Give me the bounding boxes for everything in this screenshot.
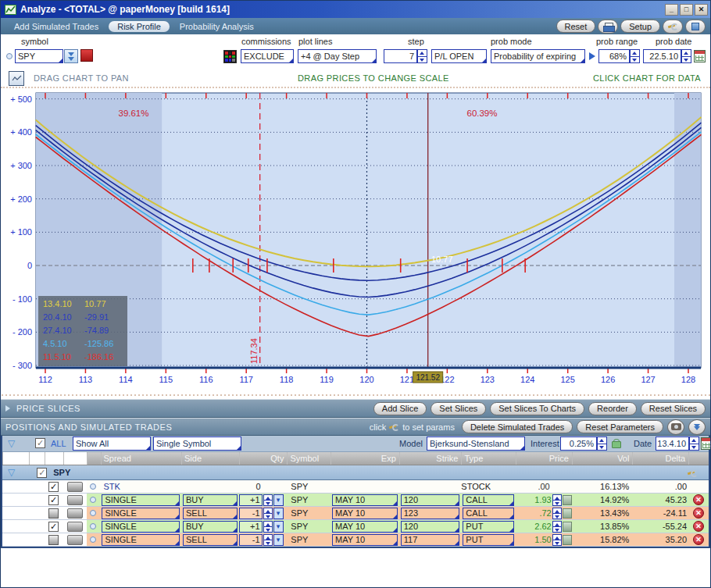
row-handle-button[interactable] [67, 508, 83, 519]
exp-dropdown[interactable]: MAY 10 [332, 494, 398, 506]
column-header-exp[interactable]: Exp [330, 452, 399, 465]
price-link-icon[interactable] [563, 495, 572, 505]
strike-dropdown[interactable]: 120 [401, 494, 460, 506]
spread-dropdown[interactable]: SINGLE [102, 494, 180, 506]
group-params-wrench-icon[interactable] [688, 470, 698, 476]
group-checkbox[interactable]: ✓ [37, 468, 47, 478]
pl-mode-dropdown[interactable]: P/L OPEN [431, 49, 487, 63]
show-filter-dropdown[interactable]: Show All [73, 437, 151, 451]
minimize-button[interactable]: _ [665, 4, 678, 16]
row-radio[interactable] [90, 510, 96, 516]
side-dropdown[interactable]: SELL [183, 508, 238, 519]
type-dropdown[interactable]: CALL [463, 508, 514, 519]
spread-dropdown[interactable]: SINGLE [102, 534, 180, 546]
row-handle-button[interactable] [67, 482, 83, 492]
price-link-icon[interactable] [563, 522, 572, 532]
qty-spinner[interactable] [263, 508, 273, 519]
row-radio[interactable] [90, 497, 96, 503]
spin-down-icon[interactable] [263, 513, 273, 519]
row-checkbox[interactable] [48, 535, 59, 545]
setup-button[interactable]: Setup [620, 20, 660, 33]
column-header-strike[interactable]: Strike [399, 452, 462, 465]
column-header-side[interactable]: Side [181, 452, 239, 465]
qty-dropdown-button[interactable]: ▾ [273, 494, 284, 506]
pan-mode-button[interactable] [9, 71, 24, 86]
calendar-icon[interactable] [701, 437, 711, 450]
side-dropdown[interactable]: SELL [183, 534, 238, 546]
spin-down-icon[interactable] [552, 540, 562, 546]
price-spinner[interactable] [552, 494, 562, 506]
row-radio[interactable] [90, 483, 96, 490]
spin-down-icon[interactable] [263, 500, 273, 506]
reorder-button[interactable]: Reorder [588, 402, 637, 415]
step-spinner[interactable]: 7 [384, 49, 427, 63]
exp-dropdown[interactable]: MAY 10 [332, 508, 398, 519]
delete-row-button[interactable]: ✕ [693, 521, 704, 532]
type-dropdown[interactable]: CALL [463, 494, 514, 506]
calendar-icon[interactable] [694, 50, 706, 62]
price-link-icon[interactable] [563, 535, 572, 545]
strike-dropdown[interactable]: 120 [401, 521, 460, 533]
resize-handle[interactable] [1, 393, 710, 399]
print-button[interactable] [598, 20, 618, 34]
risk-profile-chart[interactable]: + 500+ 400+ 300+ 200+ 1000- 100- 200- 30… [1, 88, 711, 393]
model-dropdown[interactable]: Bjerksund-Stensland [427, 437, 525, 451]
spin-down-icon[interactable] [552, 500, 562, 506]
spin-down-icon[interactable] [263, 526, 273, 533]
row-radio[interactable] [90, 523, 96, 529]
qty-value[interactable]: +1 [239, 521, 263, 533]
add-slice-button[interactable]: Add Slice [373, 402, 427, 415]
tab-probability-analysis[interactable]: Probability Analysis [171, 21, 263, 32]
qty-value[interactable]: -1 [239, 508, 263, 519]
qty-spinner[interactable] [263, 534, 273, 546]
qty-dropdown-button[interactable]: ▾ [273, 508, 284, 519]
delete-row-button[interactable]: ✕ [693, 534, 704, 545]
delete-simulated-trades-button[interactable]: Delete Simulated Trades [462, 420, 573, 433]
qty-value[interactable]: +1 [239, 494, 263, 506]
set-slices-button[interactable]: Set Slices [431, 402, 486, 415]
spin-down-icon[interactable] [263, 540, 273, 546]
reset-slices-button[interactable]: Reset Slices [641, 402, 706, 415]
delete-row-button[interactable]: ✕ [693, 494, 704, 505]
qty-dropdown-button[interactable]: ▾ [273, 534, 284, 546]
symbol-mode-dropdown[interactable]: Single Symbol [153, 437, 241, 451]
qty-dropdown-button[interactable]: ▾ [273, 521, 284, 533]
price-spinner[interactable] [552, 534, 562, 546]
symbol-input[interactable]: SPY [15, 49, 63, 63]
symbol-radio[interactable] [6, 53, 13, 59]
prob-range-spinner[interactable]: 68% [598, 49, 640, 63]
column-header-type[interactable]: Type [461, 452, 516, 465]
exp-dropdown[interactable]: MAY 10 [332, 521, 398, 533]
type-dropdown[interactable]: PUT [463, 521, 514, 533]
tools-button[interactable] [663, 20, 683, 34]
tab-risk-profile[interactable]: Risk Profile [109, 21, 170, 32]
maximize-button[interactable]: □ [680, 4, 693, 16]
row-checkbox[interactable] [48, 508, 59, 519]
group-expander-icon[interactable]: ▽ [8, 468, 15, 477]
symbol-dropdown-button[interactable] [64, 49, 78, 63]
collapse-section-button[interactable] [688, 419, 706, 435]
type-dropdown[interactable]: PUT [463, 534, 514, 546]
column-header-vol[interactable]: Vol [572, 452, 633, 465]
row-handle-button[interactable] [67, 522, 83, 532]
spin-down-icon[interactable] [552, 513, 562, 519]
row-handle-button[interactable] [67, 495, 83, 505]
spin-down-icon[interactable] [417, 56, 427, 64]
exp-dropdown[interactable]: MAY 10 [332, 534, 398, 546]
commissions-dropdown[interactable]: EXCLUDE [241, 49, 294, 63]
strike-dropdown[interactable]: 123 [401, 508, 460, 519]
column-header-qty[interactable]: Qty [239, 452, 288, 465]
row-checkbox[interactable]: ✓ [48, 522, 59, 532]
spread-dropdown[interactable]: SINGLE [102, 508, 180, 519]
strike-dropdown[interactable]: 117 [401, 534, 460, 546]
reset-parameters-button[interactable]: Reset Parameters [577, 420, 663, 433]
side-dropdown[interactable]: BUY [183, 494, 238, 506]
lock-icon[interactable] [612, 439, 620, 448]
interest-spinner[interactable]: 0.25% [560, 437, 607, 451]
spin-down-icon[interactable] [630, 56, 640, 64]
price-spinner[interactable] [552, 508, 562, 519]
qty-value[interactable]: -1 [239, 534, 263, 546]
prob-date-spinner[interactable]: 22.5.10 [643, 49, 691, 63]
qty-spinner[interactable] [263, 521, 273, 533]
expander-icon[interactable]: ▽ [8, 439, 15, 448]
